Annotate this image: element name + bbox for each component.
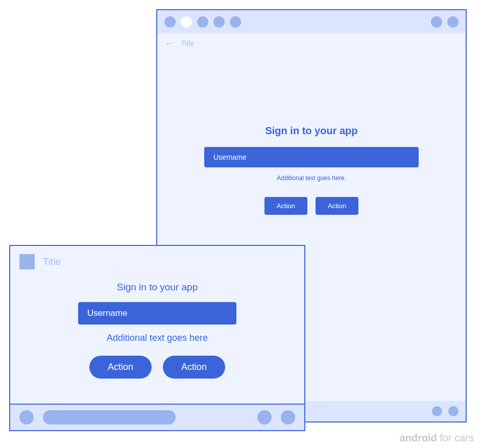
username-label: Username xyxy=(87,308,127,318)
status-dot-icon xyxy=(431,16,442,28)
small-device-mockup: Title Sign in to your app Username Addit… xyxy=(9,245,305,431)
main-content: Sign in to your app Username Additional … xyxy=(10,278,304,379)
action-button-row: Action Action xyxy=(264,197,358,215)
back-arrow-icon[interactable]: ← xyxy=(164,38,174,49)
username-label: Username xyxy=(213,153,247,161)
appbar-title: Title xyxy=(43,256,61,267)
app-bar: Title xyxy=(10,246,304,278)
main-content: Sign in to your app Username Additional … xyxy=(157,54,466,215)
nav-dot-icon[interactable] xyxy=(257,410,272,425)
nav-dot-icon[interactable] xyxy=(448,406,458,416)
app-icon[interactable] xyxy=(19,254,35,269)
username-input[interactable]: Username xyxy=(78,302,236,325)
status-dot-active-icon xyxy=(181,16,192,28)
nav-dot-icon[interactable] xyxy=(432,406,442,416)
statusbar-right-group xyxy=(431,16,458,28)
action-button-1[interactable]: Action xyxy=(89,356,152,379)
nav-dot-icon[interactable] xyxy=(19,410,34,425)
statusbar-left-group xyxy=(164,16,241,28)
additional-info-text: Additional text goes here. xyxy=(277,175,346,182)
status-dot-icon xyxy=(197,16,208,28)
status-bar xyxy=(157,10,466,33)
status-dot-icon xyxy=(164,16,176,28)
action-button-row: Action Action xyxy=(89,356,225,379)
brand-light: for cars xyxy=(437,432,474,443)
status-dot-icon xyxy=(230,16,241,28)
signin-heading: Sign in to your app xyxy=(265,125,357,137)
brand-bold: android xyxy=(399,432,437,443)
username-input[interactable]: Username xyxy=(204,147,419,167)
nav-pill-icon[interactable] xyxy=(43,410,176,425)
action-button-1[interactable]: Action xyxy=(264,197,307,215)
status-dot-icon xyxy=(213,16,225,28)
status-dot-icon xyxy=(447,16,458,28)
action-button-2[interactable]: Action xyxy=(316,197,358,215)
nav-dot-icon[interactable] xyxy=(281,410,295,425)
navigation-bar xyxy=(10,404,304,430)
appbar-title: Title xyxy=(181,39,194,47)
brand-footer: android for cars xyxy=(399,432,474,444)
additional-info-text: Additional text goes here xyxy=(107,333,208,343)
app-bar: ← Title xyxy=(157,33,466,54)
signin-heading: Sign in to your app xyxy=(117,282,198,293)
action-button-2[interactable]: Action xyxy=(163,356,225,379)
